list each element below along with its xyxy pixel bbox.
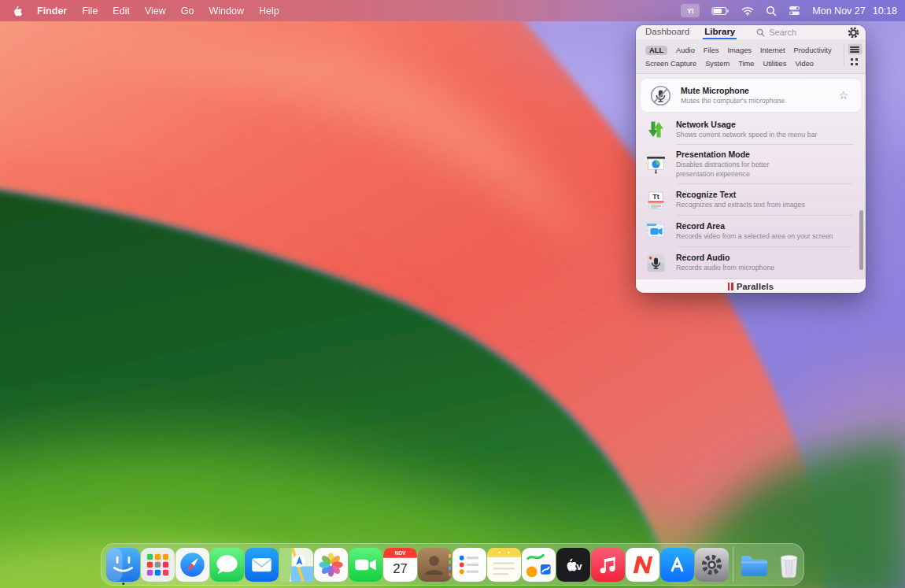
category-images[interactable]: Images [728,46,752,54]
dock-item-messages[interactable] [210,547,244,582]
settings-gear-icon[interactable] [848,25,859,39]
appletv-icon: tv [556,548,590,582]
system-settings-icon [695,548,729,582]
list-view-toggle[interactable] [848,44,862,54]
calendar-month: NOV [395,550,407,556]
dock-item-safari[interactable] [175,547,209,582]
tool-title: Mute Microphone [681,86,785,95]
category-system[interactable]: System [705,60,730,68]
tool-desc: Shows current network speed in the menu … [676,131,817,140]
tool-title: Recognize Text [676,190,805,199]
network-usage-icon [644,119,667,140]
category-audio[interactable]: Audio [676,46,695,54]
tab-library[interactable]: Library [703,25,737,39]
photos-icon [314,548,348,582]
spotlight-search-icon[interactable] [766,6,777,17]
menu-help[interactable]: Help [259,6,279,17]
category-time[interactable]: Time [738,60,754,68]
dock-item-tv[interactable]: tv [556,547,590,582]
clock-time: 10:18 [873,6,897,17]
wifi-icon[interactable] [741,6,754,16]
dock-item-folder[interactable] [737,547,771,582]
tool-desc: Records audio from microphone [676,264,774,273]
dock-item-photos[interactable] [314,547,348,582]
messages-icon [210,548,244,582]
folder-icon [737,548,771,582]
tool-desc: Records video from a selected area on yo… [676,232,833,242]
dock-item-system-settings[interactable] [695,547,729,582]
parallels-toolbox-menubar-icon[interactable]: YI [681,4,700,17]
dock-item-maps[interactable] [279,547,313,582]
category-screen-capture[interactable]: Screen Capture [645,60,696,68]
dock-item-launchpad[interactable] [141,547,175,582]
freeform-icon [522,548,556,582]
menu-file[interactable]: File [82,6,98,17]
tool-row-mute-microphone[interactable]: Mute Microphone Mutes the computer's mic… [641,79,861,112]
grid-view-toggle[interactable] [850,57,859,66]
panel-tab-bar: Dashboard Library [636,25,866,40]
category-video[interactable]: Video [795,60,814,68]
finder-icon [106,548,140,582]
dock-item-notes[interactable] [487,547,521,582]
dock-item-contacts[interactable] [418,547,452,582]
dock-item-mail[interactable] [245,547,279,582]
dock-item-calendar[interactable]: NOV27 [383,547,417,582]
tool-desc: Mutes the computer's microphone [681,97,785,106]
dock-item-news[interactable] [626,547,659,582]
menu-bar: Finder File Edit View Go Window Help YI … [0,0,905,21]
dock-item-app-store[interactable] [660,547,694,582]
battery-icon[interactable] [711,6,730,16]
tv-label: tv [573,560,582,571]
apple-logo-icon[interactable] [11,5,22,17]
desktop: Finder File Edit View Go Window Help YI … [0,0,905,588]
dock-item-facetime[interactable] [349,547,382,582]
favorite-star-icon[interactable]: ☆ [838,90,850,101]
category-filter-bar: ALL Audio Files Images Internet Producti… [636,40,866,74]
recognize-text-icon: Tt [644,190,667,211]
dock-divider [733,547,733,582]
launchpad-icon [141,548,175,582]
category-productivity[interactable]: Productivity [794,46,832,54]
reminders-icon [452,548,486,582]
tool-row-record-area[interactable]: Record Area Records video from a selecte… [636,216,866,247]
tool-row-record-audio[interactable]: Record Audio Records audio from micropho… [636,247,866,279]
parallels-toolbox-panel: Dashboard Library ALL Audio Files Images… [636,25,866,293]
tool-list: Mute Microphone Mutes the computer's mic… [636,74,866,279]
news-icon [626,548,659,582]
menu-app-name[interactable]: Finder [37,6,67,17]
tool-title: Network Usage [676,120,817,129]
tab-dashboard[interactable]: Dashboard [644,25,691,39]
panel-footer: Parallels [636,279,866,293]
search-box[interactable] [756,25,848,39]
category-utilities[interactable]: Utilities [763,60,786,68]
search-icon [756,28,765,37]
search-input[interactable] [769,28,848,37]
tool-row-recognize-text[interactable]: Tt Recognize Text Recognizes and extract… [636,184,866,216]
svg-text:Tt: Tt [652,193,659,201]
category-files[interactable]: Files [704,46,719,54]
menu-edit[interactable]: Edit [113,6,130,17]
menubar-clock[interactable]: Mon Nov 27 10:18 [812,6,897,17]
tool-row-presentation-mode[interactable]: Presentation Mode Disables distractions … [636,145,866,184]
contacts-icon [418,548,452,582]
scrollbar-thumb[interactable] [859,210,863,270]
menu-go[interactable]: Go [181,6,194,17]
dock-item-freeform[interactable] [522,547,556,582]
menu-view[interactable]: View [145,6,166,17]
dock-item-music[interactable] [591,547,625,582]
dock-item-finder[interactable] [106,547,140,582]
tool-title: Record Area [676,221,833,231]
dock: NOV27 tv [101,543,804,586]
presentation-mode-icon [644,154,667,176]
category-internet[interactable]: Internet [760,46,785,54]
category-all[interactable]: ALL [645,46,667,55]
control-center-icon[interactable] [789,6,800,16]
trash-icon [772,548,806,582]
dock-item-reminders[interactable] [452,547,486,582]
tool-row-network-usage[interactable]: Network Usage Shows current network spee… [636,113,866,145]
dock-item-trash[interactable] [772,547,806,582]
safari-icon [175,548,209,582]
parallels-logo-icon [728,283,733,290]
menu-window[interactable]: Window [209,6,243,17]
notes-icon [487,548,521,582]
